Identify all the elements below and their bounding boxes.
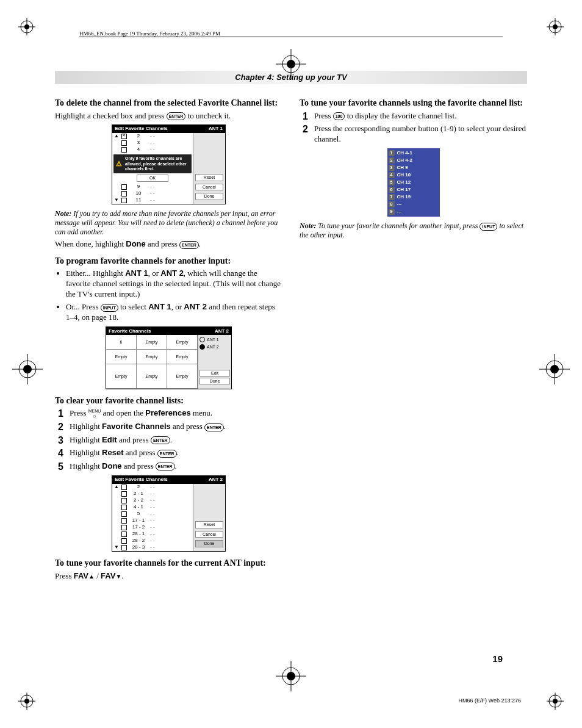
note: Note: To tune your favorite channels for… xyxy=(300,222,527,240)
list-item: 1Press 100 to display the favorite chann… xyxy=(300,111,527,122)
heading-tune-list: To tune your favorite channels using the… xyxy=(300,98,527,109)
list-item: 4Highlight Reset and press ENTER. xyxy=(55,448,282,459)
list-item: 3Highlight Edit and press ENTER. xyxy=(55,435,282,446)
input-button-icon: INPUT xyxy=(480,223,497,231)
text: When done, highlight Done and press ENTE… xyxy=(55,239,282,250)
enter-button-icon: ENTER xyxy=(156,463,175,470)
page-number: 19 xyxy=(492,654,503,664)
bullet-list: Either... Highlight ANT 1, or ANT 2, whi… xyxy=(55,268,282,322)
enter-button-icon: ENTER xyxy=(179,241,199,249)
heading-clear: To clear your favorite channel lists: xyxy=(55,395,282,406)
favorite-channel-list-popup: 1CH 4-12CH 4-23CH 94CH 105CH 126CH 177CH… xyxy=(387,148,440,217)
numbered-list: 1Press 100 to display the favorite chann… xyxy=(300,111,527,145)
list-item: 1Press MENU○ and open the Preferences me… xyxy=(55,408,282,419)
page: HM66_EN.book Page 19 Thursday, February … xyxy=(0,0,582,728)
registration-mark-icon xyxy=(276,49,306,79)
input-button-icon: INPUT xyxy=(101,304,118,312)
content-columns: To delete the channel from the selected … xyxy=(55,98,527,585)
crop-mark-icon xyxy=(547,18,564,35)
osd-edit-favorite-2: Edit Favorite ChannelsANT 2 ▲2- -2 - 1- … xyxy=(112,475,226,552)
list-item: 2Highlight Favorite Channels and press E… xyxy=(55,422,282,433)
list-item: 2Press the corresponding number button (… xyxy=(300,124,527,145)
heading-delete: To delete the channel from the selected … xyxy=(55,98,282,109)
heading-program: To program favorite channels for another… xyxy=(55,256,282,267)
note: Note: If you try to add more than nine f… xyxy=(55,209,282,237)
heading-tune-ant: To tune your favorite channels for the c… xyxy=(55,558,282,569)
footer-code: HM66 (E/F) Web 213:276 xyxy=(459,697,521,704)
left-column: To delete the channel from the selected … xyxy=(55,98,282,585)
right-column: To tune your favorite channels using the… xyxy=(300,98,527,585)
crop-mark-icon xyxy=(18,18,35,35)
registration-mark-icon xyxy=(276,661,306,691)
enter-button-icon: ENTER xyxy=(151,436,170,444)
enter-button-icon: ENTER xyxy=(157,450,177,458)
list-item: 5Highlight Done and press ENTER. xyxy=(55,461,282,472)
osd-edit-favorite-1: Edit Favorite ChannelsANT 1 ▲2- -3- -4- … xyxy=(112,124,226,204)
numbered-list: 1Press MENU○ and open the Preferences me… xyxy=(55,408,282,472)
enter-button-icon: ENTER xyxy=(167,112,186,120)
text: Press FAV▲ / FAV▼. xyxy=(55,571,282,582)
running-header: HM66_EN.book Page 19 Thursday, February … xyxy=(79,31,503,37)
crop-mark-icon xyxy=(18,693,35,710)
registration-mark-icon xyxy=(539,354,570,384)
text: Highlight a checked box and press ENTER … xyxy=(55,111,282,121)
registration-mark-icon xyxy=(12,354,43,384)
menu-button-icon: MENU○ xyxy=(88,409,101,418)
osd-favorite-channels: Favorite ChannelsANT 2 6EmptyEmptyEmptyE… xyxy=(106,326,232,389)
crop-mark-icon xyxy=(547,693,564,710)
enter-button-icon: ENTER xyxy=(204,423,224,431)
hundred-button-icon: 100 xyxy=(333,112,345,120)
list-item: Either... Highlight ANT 1, or ANT 2, whi… xyxy=(66,268,282,300)
list-item: Or... Press INPUT to select ANT 1, or AN… xyxy=(66,302,282,323)
